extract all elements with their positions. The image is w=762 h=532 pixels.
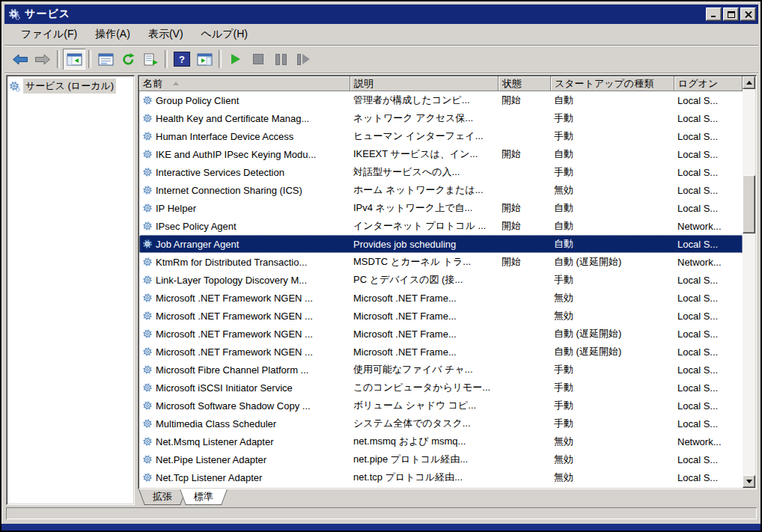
- view-tabs: 拡張 標準: [138, 489, 757, 505]
- service-description: IPv4 ネットワーク上で自...: [350, 201, 499, 215]
- service-name-cell: Microsoft Software Shadow Copy ...: [139, 400, 350, 412]
- service-description: ネットワーク アクセス保...: [350, 111, 499, 125]
- table-row[interactable]: Microsoft .NET Framework NGEN ... Micros…: [139, 307, 743, 325]
- forward-icon[interactable]: [31, 49, 54, 70]
- tab-standard[interactable]: 標準: [186, 489, 221, 505]
- table-row[interactable]: Multimedia Class Scheduler システム全体でのタスク..…: [139, 415, 743, 432]
- service-gear-icon: [142, 257, 153, 267]
- service-description: PC とデバイスの図 (接...: [350, 273, 499, 287]
- service-name: Microsoft Software Shadow Copy ...: [156, 400, 311, 412]
- service-gear-icon: [142, 113, 153, 123]
- titlebar[interactable]: サービス: [4, 4, 758, 24]
- service-logon-as: Network...: [674, 221, 743, 232]
- column-header-logon[interactable]: ログオン: [674, 76, 743, 91]
- menu-view[interactable]: 表示(V): [139, 25, 192, 43]
- service-name: Microsoft iSCSI Initiator Service: [156, 382, 293, 394]
- service-logon-as: Local S...: [674, 185, 743, 196]
- table-row[interactable]: Group Policy Client 管理者が構成したコンピ... 開始 自動…: [139, 91, 743, 109]
- service-gear-icon: [142, 131, 153, 141]
- table-row[interactable]: Interactive Services Detection 対話型サービスへの…: [139, 163, 743, 181]
- service-gear-icon: [142, 95, 153, 106]
- service-name-cell: Net.Pipe Listener Adapter: [139, 454, 350, 465]
- service-description: net.msmq および msmq...: [350, 435, 499, 448]
- service-logon-as: Local S...: [674, 95, 743, 106]
- service-gear-icon: [142, 418, 153, 429]
- table-row[interactable]: Microsoft iSCSI Initiator Service このコンピュ…: [139, 379, 743, 397]
- column-header-name[interactable]: 名前: [139, 76, 350, 91]
- show-action-pane-icon[interactable]: [193, 49, 216, 70]
- toolbar: ?: [4, 46, 758, 73]
- table-row[interactable]: IP Helper IPv4 ネットワーク上で自... 開始 自動 Local …: [139, 199, 743, 217]
- service-name-cell: KtmRm for Distributed Transactio...: [139, 257, 350, 268]
- refresh-icon[interactable]: [117, 49, 139, 70]
- show-console-tree-icon[interactable]: [63, 49, 85, 70]
- service-startup-type: 手動: [551, 399, 674, 412]
- service-status: 開始: [499, 147, 551, 161]
- service-name-cell: Human Interface Device Access: [139, 131, 350, 142]
- stop-service-icon[interactable]: [247, 49, 269, 70]
- table-row[interactable]: Microsoft .NET Framework NGEN ... Micros…: [139, 325, 743, 343]
- service-name-cell: Interactive Services Detection: [139, 167, 350, 178]
- table-row[interactable]: Link-Layer Topology Discovery M... PC とデ…: [139, 271, 743, 289]
- toolbar-separator: [88, 50, 91, 68]
- service-name: Microsoft .NET Framework NGEN ...: [156, 293, 313, 304]
- service-logon-as: Local S...: [674, 311, 743, 322]
- vertical-scrollbar[interactable]: [743, 76, 755, 488]
- service-name-cell: Microsoft .NET Framework NGEN ...: [139, 293, 350, 304]
- column-header-startup-type[interactable]: スタートアップの種類: [551, 76, 674, 91]
- minimize-icon[interactable]: [706, 7, 722, 21]
- table-row[interactable]: Net.Tcp Listener Adapter net.tcp プロトコル経由…: [139, 468, 743, 486]
- service-name: Net.Tcp Listener Adapter: [156, 472, 262, 483]
- menu-help[interactable]: ヘルプ(H): [192, 25, 257, 43]
- service-logon-as: Local S...: [674, 113, 743, 124]
- menu-file[interactable]: ファイル(F): [12, 25, 86, 43]
- table-row[interactable]: IPsec Policy Agent インターネット プロトコル ... 開始 …: [139, 217, 743, 235]
- service-description: 対話型サービスへの入...: [350, 165, 499, 179]
- service-name: Job Arranger Agent: [156, 239, 239, 250]
- service-name-cell: Internet Connection Sharing (ICS): [139, 185, 350, 196]
- service-startup-type: 手動: [551, 381, 674, 394]
- service-name-cell: Net.Msmq Listener Adapter: [139, 436, 350, 447]
- sidebar-item-services-local[interactable]: サービス (ローカル): [9, 79, 132, 94]
- table-row[interactable]: Human Interface Device Access ヒューマン インター…: [139, 127, 743, 145]
- service-startup-type: 無効: [551, 453, 674, 466]
- table-row[interactable]: Microsoft Software Shadow Copy ... ボリューム…: [139, 397, 743, 415]
- table-row[interactable]: Microsoft Fibre Channel Platform ... 使用可…: [139, 361, 743, 379]
- maximize-icon[interactable]: [723, 7, 739, 21]
- toolbar-separator: [165, 50, 168, 68]
- table-row[interactable]: Health Key and Certificate Manag... ネットワ…: [139, 109, 743, 127]
- service-gear-icon: [142, 364, 153, 375]
- service-name-cell: Microsoft iSCSI Initiator Service: [139, 382, 350, 394]
- service-name-cell: Health Key and Certificate Manag...: [139, 113, 350, 124]
- tab-extended[interactable]: 拡張: [145, 489, 180, 505]
- properties-icon[interactable]: [94, 49, 117, 70]
- status-text: [6, 507, 757, 519]
- help-icon[interactable]: ?: [171, 49, 193, 70]
- table-row[interactable]: IKE and AuthIP IPsec Keying Modu... IKEE…: [139, 145, 743, 163]
- table-row[interactable]: Microsoft .NET Framework NGEN ... Micros…: [139, 343, 743, 361]
- restart-service-icon[interactable]: [292, 49, 314, 70]
- export-list-icon[interactable]: [139, 49, 162, 70]
- table-row[interactable]: Net.Msmq Listener Adapter net.msmq および m…: [139, 432, 743, 450]
- table-row[interactable]: Job Arranger Agent Provides job scheduli…: [139, 235, 743, 253]
- service-description: ホーム ネットワークまたは...: [350, 183, 499, 197]
- service-description: MSDTC とカーネル トラ...: [350, 255, 499, 269]
- column-header-description[interactable]: 説明: [350, 76, 499, 91]
- table-row[interactable]: Internet Connection Sharing (ICS) ホーム ネッ…: [139, 181, 743, 199]
- close-icon[interactable]: [740, 7, 756, 21]
- service-gear-icon: [142, 346, 153, 357]
- scroll-up-icon[interactable]: [743, 76, 755, 89]
- table-row[interactable]: Microsoft .NET Framework NGEN ... Micros…: [139, 289, 743, 307]
- service-startup-type: 手動: [551, 363, 674, 376]
- menu-action[interactable]: 操作(A): [86, 25, 139, 43]
- start-service-icon[interactable]: [225, 49, 247, 70]
- table-row[interactable]: KtmRm for Distributed Transactio... MSDT…: [139, 253, 743, 271]
- scroll-down-icon[interactable]: [743, 475, 755, 488]
- scrollbar-thumb[interactable]: [743, 175, 755, 233]
- service-startup-type: 自動 (遅延開始): [551, 255, 674, 269]
- back-icon[interactable]: [9, 49, 31, 70]
- pause-service-icon[interactable]: [269, 49, 292, 70]
- column-header-status[interactable]: 状態: [499, 76, 551, 91]
- table-row[interactable]: Net.Pipe Listener Adapter net.pipe プロトコル…: [139, 450, 743, 468]
- service-name-cell: Microsoft Fibre Channel Platform ...: [139, 364, 350, 376]
